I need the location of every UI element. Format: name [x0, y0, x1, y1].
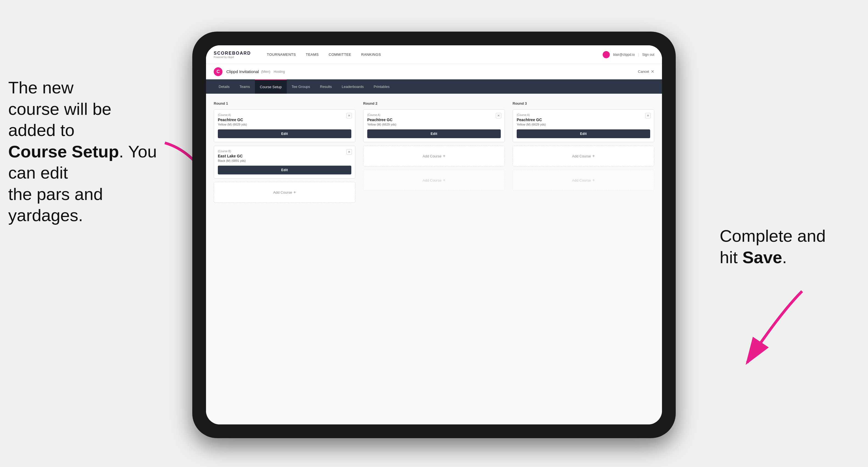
user-email: blair@clippd.io	[613, 53, 635, 57]
nav-link-tournaments[interactable]: TOURNAMENTS	[262, 45, 301, 64]
delete-course-r1-b-button[interactable]: ✕	[346, 149, 352, 155]
course-tag-r2-a: (Course A)	[367, 114, 501, 117]
rounds-grid: Round 1 ✕ (Course A) Peachtree GC Yellow…	[214, 101, 654, 206]
course-info-r2-a: Yellow (M) (6629 yds)	[367, 123, 501, 126]
round-1-label: Round 1	[214, 101, 355, 105]
course-card-r3-a: ✕ (Course A) Peachtree GC Yellow (M) (66…	[513, 109, 654, 142]
round-3-label: Round 3	[513, 101, 654, 105]
edit-course-r1-b-button[interactable]: Edit	[218, 166, 351, 175]
course-tag-r1-b: (Course B)	[218, 150, 351, 153]
course-info-r1-b: Black (M) (6891 yds)	[218, 159, 351, 162]
main-content: Round 1 ✕ (Course A) Peachtree GC Yellow…	[206, 94, 662, 425]
add-course-r3-button[interactable]: Add Course +	[513, 146, 654, 166]
close-icon: ✕	[651, 69, 654, 74]
annotation-left: The new course will be added to Course S…	[8, 77, 167, 226]
tab-results[interactable]: Results	[315, 80, 337, 94]
course-name-r2-a: Peachtree GC	[367, 118, 501, 122]
tab-bar: Details Teams Course Setup Tee Groups Re…	[206, 80, 662, 94]
tournament-name: Clippd Invitational	[226, 69, 259, 74]
nav-links: TOURNAMENTS TEAMS COMMITTEE RANKINGS	[262, 45, 603, 64]
top-nav: SCOREBOARD Powered by clippd TOURNAMENTS…	[206, 45, 662, 64]
sign-out-link[interactable]: Sign out	[642, 53, 654, 57]
annotation-right: Complete and hit Save.	[720, 225, 857, 268]
tab-teams[interactable]: Teams	[235, 80, 255, 94]
course-name-r1-b: East Lake GC	[218, 154, 351, 158]
edit-course-r1-a-button[interactable]: Edit	[218, 129, 351, 138]
add-icon: +	[443, 154, 445, 158]
course-card-r1-a: ✕ (Course A) Peachtree GC Yellow (M) (66…	[214, 109, 355, 142]
add-icon: +	[293, 190, 296, 195]
round-2-column: Round 2 ✕ (Course A) Peachtree GC Yellow…	[363, 101, 505, 206]
round-1-column: Round 1 ✕ (Course A) Peachtree GC Yellow…	[214, 101, 355, 206]
cancel-button[interactable]: Cancel ✕	[638, 69, 654, 74]
tablet-screen: SCOREBOARD Powered by clippd TOURNAMENTS…	[206, 45, 662, 425]
tab-course-setup[interactable]: Course Setup	[255, 80, 287, 94]
tablet-frame: SCOREBOARD Powered by clippd TOURNAMENTS…	[192, 32, 676, 438]
tab-printables[interactable]: Printables	[369, 80, 395, 94]
course-name-r3-a: Peachtree GC	[517, 118, 650, 122]
nav-link-rankings[interactable]: RANKINGS	[356, 45, 386, 64]
edit-course-r2-a-button[interactable]: Edit	[367, 129, 501, 138]
avatar	[603, 51, 610, 58]
nav-link-teams[interactable]: TEAMS	[301, 45, 323, 64]
logo-scoreboard: SCOREBOARD	[214, 51, 251, 56]
round-2-label: Round 2	[363, 101, 505, 105]
course-info-r3-a: Yellow (M) (6629 yds)	[517, 123, 650, 126]
tab-leaderboards[interactable]: Leaderboards	[337, 80, 369, 94]
course-card-r2-a: ✕ (Course A) Peachtree GC Yellow (M) (66…	[363, 109, 505, 142]
course-card-r1-b: ✕ (Course B) East Lake GC Black (M) (689…	[214, 146, 355, 179]
course-tag-r1-a: (Course A)	[218, 114, 351, 117]
course-name-r1-a: Peachtree GC	[218, 118, 351, 122]
tournament-status: Hosting	[274, 70, 285, 73]
tab-details[interactable]: Details	[214, 80, 235, 94]
round-3-column: Round 3 ✕ (Course A) Peachtree GC Yellow…	[513, 101, 654, 206]
delete-course-r1-a-button[interactable]: ✕	[346, 113, 352, 118]
tournament-bar: C Clippd Invitational (Men) Hosting Canc…	[206, 64, 662, 80]
course-info-r1-a: Yellow (M) (6629 yds)	[218, 123, 351, 126]
add-course-r1-button[interactable]: Add Course +	[214, 182, 355, 203]
add-icon: +	[443, 178, 445, 183]
logo-area: SCOREBOARD Powered by clippd	[214, 51, 251, 59]
logo-sub: Powered by clippd	[214, 56, 251, 59]
add-course-r2-disabled: Add Course +	[363, 170, 505, 191]
course-tag-r3-a: (Course A)	[517, 114, 650, 117]
tournament-division: (Men)	[261, 69, 270, 73]
delete-course-r3-a-button[interactable]: ✕	[645, 113, 651, 118]
add-icon: +	[592, 178, 595, 183]
add-course-r2-button[interactable]: Add Course +	[363, 146, 505, 166]
tab-tee-groups[interactable]: Tee Groups	[287, 80, 315, 94]
add-course-r3-disabled: Add Course +	[513, 170, 654, 191]
arrow-right-icon	[731, 286, 818, 374]
tournament-logo: C	[214, 67, 222, 76]
delete-course-r2-a-button[interactable]: ✕	[496, 113, 501, 118]
nav-right: blair@clippd.io | Sign out	[603, 51, 654, 58]
nav-link-committee[interactable]: COMMITTEE	[324, 45, 356, 64]
add-icon: +	[592, 154, 595, 158]
edit-course-r3-a-button[interactable]: Edit	[517, 129, 650, 138]
